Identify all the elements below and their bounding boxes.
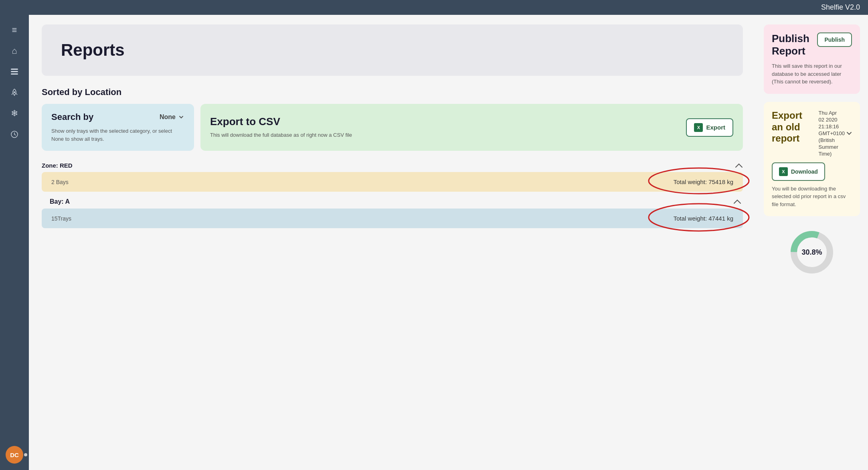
export-old-title: Export an old report [772,110,814,144]
list-icon[interactable] [6,63,23,81]
avatar-indicator [24,453,27,456]
export-csv-button[interactable]: X Export [686,118,733,137]
zone-bays: 2 Bays [51,179,69,185]
section-title: Sorted by Location [42,87,743,97]
right-panel: Publish Report Publish This will save th… [756,15,868,470]
publish-card: Publish Report Publish This will save th… [764,24,860,94]
avatar-initials: DC [10,452,19,458]
dropdown-value: None [160,113,176,121]
filter-export-row: Search by None Show only trays with the … [42,104,743,151]
svg-point-3 [14,91,15,93]
download-btn-label: Download [791,168,818,175]
donut-percentage: 30.8% [801,248,822,257]
sidebar: ≡ ⌂ ❄ DC [0,15,29,470]
publish-card-desc: This will save this report in our databa… [772,62,852,86]
page-header-banner: Reports [42,24,743,76]
clock-icon[interactable] [6,126,23,143]
publish-card-title: Publish Report [772,32,817,57]
export-csv-title: Export to CSV [210,115,686,128]
zone-weight: Total weight: 75418 kg [674,178,733,185]
export-btn-label: Export [706,124,725,131]
home-icon[interactable]: ⌂ [6,42,23,60]
export-old-desc: You will be downloading the selected old… [772,185,852,209]
zone-collapse-icon[interactable] [735,163,743,168]
category-dropdown[interactable]: None [160,113,184,121]
export-csv-left: Export to CSV This will download the ful… [210,115,686,139]
search-by-card: Search by None Show only trays with the … [42,104,194,151]
top-bar: Shelfie V2.0 [0,0,868,15]
rocket-icon[interactable] [6,84,23,101]
excel-icon: X [694,123,703,132]
zone-label: Zone: RED [42,162,73,169]
donut-area: 30.8% [764,224,860,280]
bay-collapse-icon[interactable] [733,199,741,204]
svg-rect-2 [11,73,18,75]
bay-weight: Total weight: 47441 kg [674,215,733,222]
export-old-header: Export an old report Thu Apr 02 2020 21:… [772,110,852,157]
search-by-desc: Show only trays with the selected catego… [51,127,184,143]
svg-rect-0 [11,69,18,70]
publish-btn-label: Publish [824,36,845,43]
excel-download-icon: X [779,167,788,176]
snowflake-icon[interactable]: ❄ [6,105,23,122]
menu-icon[interactable]: ≡ [6,21,23,39]
download-button[interactable]: X Download [772,162,825,181]
date-chevron-icon [846,131,852,135]
publish-button[interactable]: Publish [817,32,852,47]
date-dropdown[interactable]: Thu Apr 02 2020 21:18:16 GMT+0100 (Briti… [819,110,852,157]
bay-header: Bay: A [42,198,743,205]
dropdown-chevron-icon [178,114,184,120]
bay-trays: 15Trays [51,215,71,222]
bay-row: 15Trays Total weight: 47441 kg [42,209,743,228]
zone-section: Zone: RED 2 Bays Total weight: 75418 kg [42,162,743,192]
bay-label: Bay: A [43,198,70,205]
export-csv-card: Export to CSV This will download the ful… [200,104,743,151]
bay-section: Bay: A 15Trays Total weight: 47441 kg [42,198,743,228]
zone-header: Zone: RED [42,162,743,169]
search-by-title: Search by None [51,112,184,122]
donut-chart: 30.8% [788,228,836,276]
content-area: Reports Sorted by Location Search by Non… [29,15,756,470]
publish-card-header: Publish Report Publish [772,32,852,57]
export-csv-desc: This will download the full database as … [210,131,686,139]
app-title: Shelfie V2.0 [821,3,860,11]
svg-rect-1 [11,71,18,72]
page-title: Reports [61,41,724,60]
export-old-card: Export an old report Thu Apr 02 2020 21:… [764,102,860,217]
zone-row: 2 Bays Total weight: 75418 kg [42,172,743,192]
user-avatar[interactable]: DC [6,446,23,464]
